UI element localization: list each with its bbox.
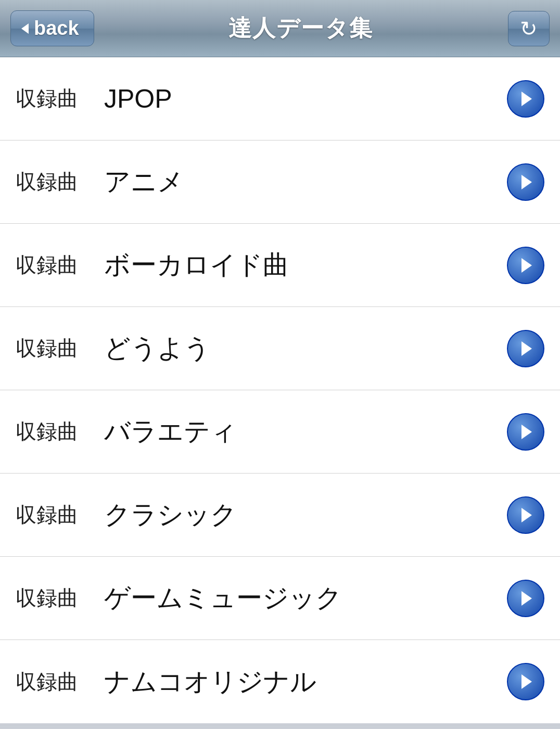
page-title: 達人データ集 xyxy=(228,13,373,44)
item-prefix: 収録曲 xyxy=(16,251,78,279)
item-prefix: 収録曲 xyxy=(16,417,78,446)
back-button[interactable]: back xyxy=(10,10,94,46)
item-label: バラエティ xyxy=(104,414,237,449)
list-item[interactable]: 収録曲どうよう xyxy=(0,307,560,390)
refresh-icon: ↻ xyxy=(520,17,538,41)
item-prefix: 収録曲 xyxy=(16,584,78,612)
item-label: アニメ xyxy=(104,164,184,199)
nav-bar: back 達人データ集 ↻ xyxy=(0,0,560,57)
list-item[interactable]: 収録曲アニメ xyxy=(0,140,560,224)
list-item[interactable]: 収録曲JPOP xyxy=(0,57,560,140)
list-item-left: 収録曲ボーカロイド曲 xyxy=(16,248,289,283)
item-label: JPOP xyxy=(104,84,172,114)
chevron-right-icon[interactable] xyxy=(507,330,544,367)
back-button-label: back xyxy=(34,17,79,40)
list-item-left: 収録曲ナムコオリジナル xyxy=(16,664,316,699)
footer-area xyxy=(0,723,560,729)
list-item-left: 収録曲JPOP xyxy=(16,84,172,114)
chevron-right-icon[interactable] xyxy=(507,413,544,451)
list-item-left: 収録曲どうよう xyxy=(16,331,210,366)
list-container: 収録曲JPOP収録曲アニメ収録曲ボーカロイド曲収録曲どうよう収録曲バラエティ収録… xyxy=(0,57,560,723)
chevron-right-icon[interactable] xyxy=(507,580,544,617)
list-item-left: 収録曲アニメ xyxy=(16,164,184,199)
item-label: ボーカロイド曲 xyxy=(104,248,289,283)
item-prefix: 収録曲 xyxy=(16,501,78,529)
list-item-left: 収録曲ゲームミュージック xyxy=(16,581,342,616)
list-item[interactable]: 収録曲ボーカロイド曲 xyxy=(0,224,560,307)
chevron-right-icon[interactable] xyxy=(507,80,544,118)
item-label: ナムコオリジナル xyxy=(104,664,316,699)
refresh-button[interactable]: ↻ xyxy=(508,11,550,46)
list-item[interactable]: 収録曲クラシック xyxy=(0,474,560,557)
chevron-right-icon[interactable] xyxy=(507,663,544,700)
item-prefix: 収録曲 xyxy=(16,84,78,113)
chevron-right-icon[interactable] xyxy=(507,496,544,534)
item-label: どうよう xyxy=(104,331,210,366)
item-prefix: 収録曲 xyxy=(16,168,78,196)
item-label: ゲームミュージック xyxy=(104,581,342,616)
chevron-right-icon[interactable] xyxy=(507,247,544,284)
item-label: クラシック xyxy=(104,497,237,532)
list-item[interactable]: 収録曲ナムコオリジナル xyxy=(0,640,560,723)
item-prefix: 収録曲 xyxy=(16,668,78,696)
list-item-left: 収録曲クラシック xyxy=(16,497,237,532)
list-item[interactable]: 収録曲バラエティ xyxy=(0,390,560,474)
item-prefix: 収録曲 xyxy=(16,334,78,363)
chevron-right-icon[interactable] xyxy=(507,163,544,201)
list-item-left: 収録曲バラエティ xyxy=(16,414,237,449)
list-item[interactable]: 収録曲ゲームミュージック xyxy=(0,557,560,640)
